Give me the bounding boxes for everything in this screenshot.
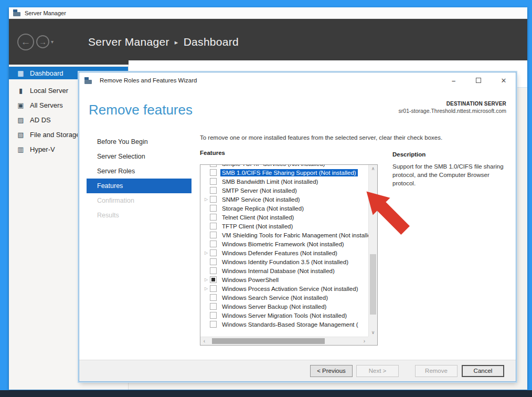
feature-label[interactable]: Windows Standards-Based Storage Manageme… <box>220 321 360 328</box>
feature-label[interactable]: Windows Internal Database (Not installed… <box>220 267 336 275</box>
wizard-footer: < Previous Next > Remove Cancel <box>79 360 516 381</box>
ad-ds-icon: ▨ <box>16 116 25 124</box>
feature-row: Windows Server Backup (Not installed) <box>200 302 368 311</box>
instruction-text: To remove one or more installed features… <box>200 134 504 141</box>
maximize-icon[interactable] <box>474 77 483 85</box>
feature-checkbox[interactable] <box>210 312 217 319</box>
feature-label[interactable]: Windows Server Backup (Not installed) <box>220 303 328 310</box>
feature-label[interactable]: Simple TCP/IP Services (Not installed) <box>220 165 326 168</box>
sidebar-item-label: Local Server <box>30 87 68 95</box>
breadcrumb-root[interactable]: Server Manager <box>88 36 169 48</box>
feature-label[interactable]: SMTP Server (Not installed) <box>220 187 299 194</box>
feature-checkbox[interactable] <box>210 232 217 238</box>
feature-checkbox[interactable] <box>210 187 217 194</box>
feature-label[interactable]: Windows Biometric Framework (Not install… <box>220 241 346 248</box>
cancel-button[interactable]: Cancel <box>462 365 504 377</box>
scroll-up-icon[interactable]: ∧ <box>369 165 377 173</box>
wizard-heading: Remove features <box>89 102 193 118</box>
remove-roles-features-wizard: Remove Roles and Features Wizard – ✕ Rem… <box>79 72 516 381</box>
feature-row: TFTP Client (Not installed) <box>200 222 368 231</box>
bottom-dark-strip <box>0 390 532 397</box>
feature-checkbox[interactable] <box>210 294 217 301</box>
wizard-step-before-you-begin[interactable]: Before You Begin <box>87 134 191 149</box>
feature-label[interactable]: Windows Identity Foundation 3.5 (Not ins… <box>220 258 350 266</box>
wizard-titlebar: Remove Roles and Features Wizard – ✕ <box>79 72 516 88</box>
server-manager-navbar: ← → ▾ Server Manager▸Dashboard <box>9 19 527 65</box>
wizard-step-confirmation: Confirmation <box>87 193 191 208</box>
wizard-step-server-roles[interactable]: Server Roles <box>87 164 191 179</box>
sidebar-item-label: AD DS <box>30 116 51 124</box>
back-icon[interactable]: ← <box>17 34 34 50</box>
file-storage-icon: ▧ <box>16 131 25 139</box>
expander-icon[interactable]: ▷ <box>203 197 210 202</box>
feature-row: SMTP Server (Not installed) <box>200 186 368 195</box>
feature-label[interactable]: SNMP Service (Not installed) <box>220 196 302 203</box>
feature-row: ▷SNMP Service (Not installed) <box>200 195 368 204</box>
scroll-down-icon[interactable]: ∨ <box>369 329 377 337</box>
destination-server-label: DESTINATION SERVER <box>399 101 506 107</box>
horizontal-scrollbar-thumb[interactable] <box>212 338 325 344</box>
vertical-scrollbar[interactable]: ∧ ∨ <box>368 165 377 337</box>
previous-button[interactable]: < Previous <box>310 365 353 377</box>
feature-label[interactable]: TFTP Client (Not installed) <box>220 223 294 230</box>
minimize-icon[interactable]: – <box>449 77 458 85</box>
feature-label[interactable]: Telnet Client (Not installed) <box>220 214 295 221</box>
destination-server-block: DESTINATION SERVER sr01-storage.Threshol… <box>399 101 506 114</box>
feature-checkbox[interactable] <box>210 285 217 292</box>
expander-icon[interactable]: ▷ <box>203 250 210 255</box>
screenshot-frame: Server Manager ← → ▾ Server Manager▸Dash… <box>0 0 532 397</box>
feature-label[interactable]: SMB Bandwidth Limit (Not installed) <box>220 178 320 185</box>
next-button: Next > <box>356 365 399 377</box>
all-servers-icon: ▣ <box>16 101 25 109</box>
remove-button: Remove <box>415 365 457 377</box>
feature-label[interactable]: Windows Search Service (Not installed) <box>220 294 329 301</box>
feature-label[interactable]: Windows PowerShell <box>220 276 280 284</box>
feature-label[interactable]: Windows Server Migration Tools (Not inst… <box>220 312 348 319</box>
features-list-label: Features <box>200 150 225 156</box>
feature-label[interactable]: Windows Process Activation Service (Not … <box>220 285 360 292</box>
feature-label[interactable]: VM Shielding Tools for Fabric Management… <box>220 232 368 239</box>
close-icon[interactable]: ✕ <box>499 77 508 85</box>
window-title: Server Manager <box>25 10 66 16</box>
feature-checkbox[interactable] <box>210 303 217 310</box>
horizontal-scrollbar[interactable]: ‹ › <box>200 337 368 345</box>
feature-row: VM Shielding Tools for Fabric Management… <box>200 231 368 239</box>
feature-row: ▷Windows Defender Features (Not installe… <box>200 248 368 257</box>
expander-icon[interactable]: ▷ <box>203 277 210 282</box>
feature-row: Windows Standards-Based Storage Manageme… <box>200 320 368 329</box>
features-listbox: Simple TCP/IP Services (Not installed)SM… <box>200 164 378 346</box>
feature-checkbox[interactable] <box>210 321 217 328</box>
description-label: Description <box>392 151 425 158</box>
expander-icon[interactable]: ▷ <box>203 286 210 291</box>
wizard-step-features[interactable]: Features <box>87 179 191 193</box>
scroll-right-icon[interactable]: › <box>360 337 368 345</box>
nav-history-dropdown-icon[interactable]: ▾ <box>51 39 54 45</box>
feature-checkbox[interactable] <box>210 165 217 167</box>
feature-row: Windows Search Service (Not installed) <box>200 293 368 302</box>
feature-checkbox[interactable] <box>210 241 217 247</box>
feature-label[interactable]: Storage Replica (Not installed) <box>220 205 305 212</box>
feature-checkbox[interactable] <box>210 258 217 265</box>
feature-checkbox[interactable] <box>210 249 217 256</box>
sidebar-item-label: Hyper-V <box>30 145 55 153</box>
destination-server-name: sr01-storage.Threshold.nttest.microsoft.… <box>399 108 506 114</box>
feature-checkbox[interactable] <box>210 205 217 212</box>
breadcrumb: Server Manager▸Dashboard <box>88 36 239 48</box>
feature-label[interactable]: SMB 1.0/CIFS File Sharing Support (Not i… <box>220 169 358 176</box>
feature-checkbox[interactable] <box>210 214 217 221</box>
wizard-step-results: Results <box>87 208 191 223</box>
sidebar-item-label: Dashboard <box>30 69 63 77</box>
feature-checkbox[interactable] <box>210 267 217 274</box>
feature-checkbox[interactable] <box>210 169 217 176</box>
feature-checkbox[interactable] <box>210 276 217 283</box>
sidebar-item-label: All Servers <box>30 101 63 109</box>
feature-checkbox[interactable] <box>210 223 217 229</box>
feature-checkbox[interactable] <box>210 178 217 185</box>
wizard-step-server-selection[interactable]: Server Selection <box>87 149 191 164</box>
feature-label[interactable]: Windows Defender Features (Not installed… <box>220 249 339 257</box>
forward-icon[interactable]: → <box>36 35 49 48</box>
feature-row: ▷Windows PowerShell <box>200 275 368 284</box>
vertical-scrollbar-thumb[interactable] <box>370 254 376 315</box>
feature-checkbox[interactable] <box>210 196 217 203</box>
scroll-left-icon[interactable]: ‹ <box>200 337 208 345</box>
